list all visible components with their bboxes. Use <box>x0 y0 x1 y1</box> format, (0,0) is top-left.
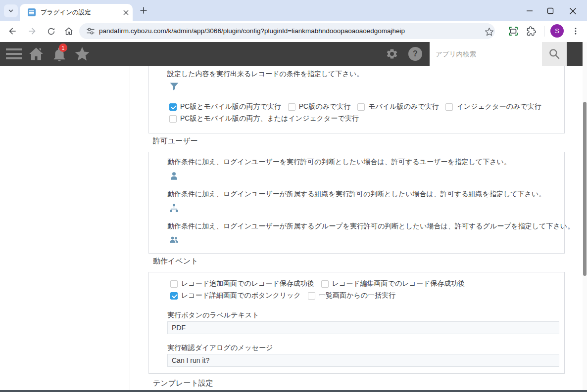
group-icon[interactable] <box>169 235 179 245</box>
event-checkbox-row: レコード追加画面でのレコード保存成功後 レコード編集画面でのレコード保存成功後 <box>170 279 465 288</box>
sidebar-divider <box>130 66 130 390</box>
forward-button[interactable] <box>27 26 38 37</box>
user-icon[interactable] <box>169 172 179 181</box>
tab-title: プラグインの設定 <box>41 4 91 21</box>
action-events-heading: 動作イベント <box>153 257 198 266</box>
checkbox-option-pc-only[interactable]: PC版のみで実行 <box>288 102 350 111</box>
scrollbar-thumb[interactable] <box>583 102 587 276</box>
tab-capture-icon <box>508 26 519 37</box>
app-settings-button[interactable] <box>386 47 398 60</box>
allowed-users-section: 動作条件に加え、ログインユーザーを実行許可の判断としたい場合は、許可するユーザー… <box>148 152 565 254</box>
kebab-menu-icon <box>571 27 580 36</box>
checkbox-label: レコード追加画面でのレコード保存成功後 <box>181 279 314 288</box>
allowed-users-heading: 許可ユーザー <box>153 136 198 146</box>
checkbox-label: インジェクターのみで実行 <box>456 102 541 111</box>
window-minimize-button[interactable] <box>522 5 538 17</box>
window-bottom-edge <box>0 390 587 392</box>
browser-toolbar: pandafirm.cybozu.com/k/admin/app/3066/pl… <box>0 21 587 42</box>
tab-search-button[interactable] <box>4 4 18 17</box>
confirm-dialog-message-input[interactable] <box>167 354 559 367</box>
close-icon <box>123 10 129 15</box>
checkbox-label: レコード編集画面でのレコード保存成功後 <box>332 279 465 288</box>
checkbox[interactable] <box>445 103 453 111</box>
notification-badge: 1 <box>59 44 67 52</box>
allowed-user-description: 動作条件に加え、ログインユーザーを実行許可の判断としたい場合は、許可するユーザー… <box>167 158 511 167</box>
new-tab-button[interactable] <box>139 6 148 15</box>
checkbox[interactable] <box>170 292 178 300</box>
back-icon <box>7 26 17 36</box>
organization-icon[interactable] <box>169 204 179 213</box>
window-maximize-button[interactable] <box>542 5 558 17</box>
settings-gear-icon <box>386 47 398 60</box>
checkbox-label: レコード詳細画面でのボタンクリック <box>181 291 301 300</box>
run-condition-description: 設定した内容を実行出来るレコードの条件を指定して下さい。 <box>167 70 363 79</box>
checkbox-label: PC版のみで実行 <box>299 102 350 111</box>
checkbox-option-both-or-injector[interactable]: PC版とモバイル版の両方、またはインジェクターで実行 <box>169 114 359 123</box>
browser-tab-strip: プラグインの設定 <box>0 0 587 21</box>
maximize-icon <box>547 7 554 14</box>
tab-list-favicon <box>28 8 36 16</box>
run-condition-section: 設定した内容を実行出来るレコードの条件を指定して下さい。 PC版とモバイル版の両… <box>148 66 565 133</box>
action-events-section: レコード追加画面でのレコード保存成功後 レコード編集画面でのレコード保存成功後 … <box>148 272 565 374</box>
profile-avatar[interactable]: S <box>550 24 564 38</box>
bookmark-button[interactable] <box>484 26 494 37</box>
event-checkbox-row: レコード詳細画面でのボタンクリック 一覧画面からの一括実行 <box>170 291 395 300</box>
search-icon <box>548 47 561 60</box>
favorites-star-icon <box>74 47 90 61</box>
checkbox-option-pc-and-mobile[interactable]: PC版とモバイル版の両方で実行 <box>169 102 281 111</box>
checkbox[interactable] <box>288 103 295 111</box>
extensions-icon <box>526 26 536 36</box>
help-button[interactable] <box>408 47 422 61</box>
new-tab-icon <box>140 6 147 14</box>
url-bar[interactable]: pandafirm.cybozu.com/k/admin/app/3066/pl… <box>79 23 495 39</box>
run-mode-checkbox-row: PC版とモバイル版の両方、またはインジェクターで実行 <box>169 114 359 123</box>
close-icon <box>570 8 576 14</box>
app-home-button[interactable] <box>29 47 44 61</box>
template-settings-heading: テンプレート設定 <box>153 379 213 388</box>
extensions-button[interactable] <box>526 26 537 37</box>
run-button-label-input[interactable] <box>167 321 559 334</box>
reload-button[interactable] <box>46 26 56 37</box>
checkbox[interactable] <box>308 292 315 300</box>
app-search-button[interactable] <box>542 42 567 66</box>
checkbox[interactable] <box>170 280 178 288</box>
bookmark-star-icon <box>485 27 494 37</box>
minimize-icon <box>526 7 533 14</box>
window-close-button[interactable] <box>565 5 581 17</box>
checkbox-label: 一覧画面からの一括実行 <box>319 291 395 300</box>
run-button-label-field-label: 実行ボタンのラベルテキスト <box>167 311 259 320</box>
checkbox-option-detail-button-click[interactable]: レコード詳細画面でのボタンクリック <box>170 291 301 300</box>
reload-icon <box>47 27 56 36</box>
app-search-input[interactable] <box>430 42 542 66</box>
app-menu-button[interactable] <box>6 48 22 59</box>
tab-close-button[interactable] <box>122 8 130 16</box>
toolbar-divider <box>544 26 544 37</box>
checkbox[interactable] <box>357 103 365 111</box>
run-mode-checkbox-row: PC版とモバイル版の両方で実行 PC版のみで実行 モバイル版のみで実行 インジェ… <box>169 102 541 111</box>
checkbox[interactable] <box>169 103 177 111</box>
confirm-dialog-message-field-label: 実行確認ダイアログのメッセージ <box>167 344 273 352</box>
checkbox-label: PC版とモバイル版の両方、またはインジェクターで実行 <box>180 114 359 123</box>
checkbox-option-list-bulk-run[interactable]: 一覧画面からの一括実行 <box>308 291 395 300</box>
browser-tab[interactable]: プラグインの設定 <box>20 4 133 21</box>
back-button[interactable] <box>7 26 18 37</box>
checkbox-option-record-add-saved[interactable]: レコード追加画面でのレコード保存成功後 <box>170 279 314 288</box>
browser-home-button[interactable] <box>63 26 74 37</box>
app-home-icon <box>29 47 44 61</box>
checkbox[interactable] <box>321 280 329 288</box>
tab-capture-button[interactable] <box>508 26 519 37</box>
checkbox-option-record-edit-saved[interactable]: レコード編集画面でのレコード保存成功後 <box>321 279 465 288</box>
forward-icon <box>27 26 37 36</box>
checkbox-option-injector-only[interactable]: インジェクターのみで実行 <box>445 102 541 111</box>
hamburger-icon <box>6 48 22 59</box>
checkbox-label: モバイル版のみで実行 <box>368 102 439 111</box>
checkbox-option-mobile-only[interactable]: モバイル版のみで実行 <box>357 102 439 111</box>
checkbox-label: PC版とモバイル版の両方で実行 <box>180 102 281 111</box>
browser-menu-button[interactable] <box>570 26 581 37</box>
checkbox[interactable] <box>169 115 177 123</box>
scrollbar-track[interactable] <box>583 42 587 391</box>
site-info-icon[interactable] <box>86 27 95 36</box>
filter-icon[interactable] <box>169 82 179 91</box>
allowed-org-description: 動作条件に加え、ログインユーザーが所属する組織を実行許可の判断としたい場合は、許… <box>167 190 545 199</box>
favorites-button[interactable] <box>74 47 90 61</box>
